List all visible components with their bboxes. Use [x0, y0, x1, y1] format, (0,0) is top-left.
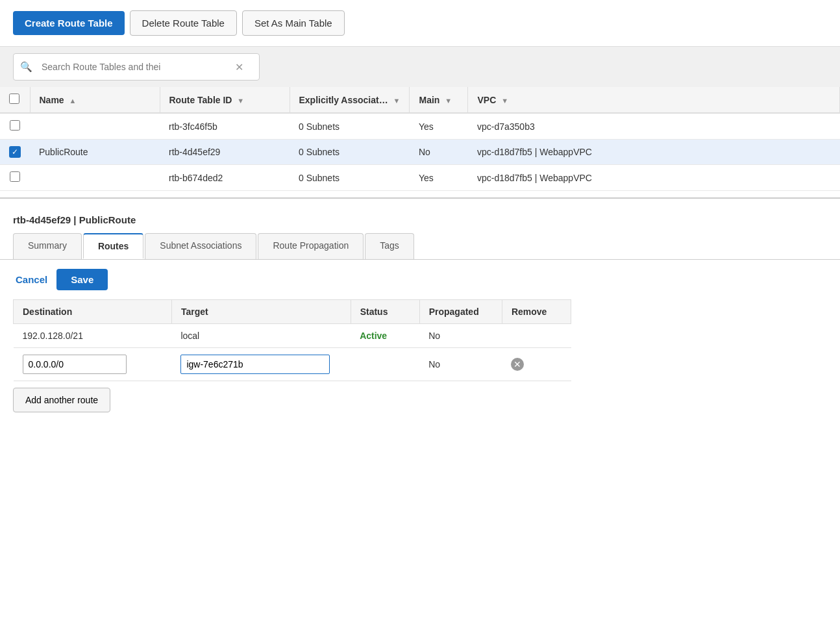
row-assoc: 0 Subnets	[290, 165, 410, 191]
header-checkbox-cell	[0, 87, 30, 113]
clear-search-icon[interactable]: ✕	[235, 61, 243, 73]
name-sort-icon: ▲	[69, 97, 77, 105]
row-name: PublicRoute	[30, 140, 160, 165]
save-button[interactable]: Save	[56, 269, 108, 290]
row-checkbox[interactable]	[10, 171, 20, 182]
col-header-remove: Remove	[502, 300, 571, 324]
search-bar: 🔍 ✕	[0, 47, 840, 87]
col-header-destination: Destination	[14, 300, 172, 324]
col-header-main[interactable]: Main ▼	[410, 87, 468, 113]
search-input[interactable]	[36, 58, 231, 76]
search-input-wrap: 🔍 ✕	[13, 53, 260, 81]
row-assoc: 0 Subnets	[290, 140, 410, 165]
row-assoc: 0 Subnets	[290, 113, 410, 140]
route-tables-table: Name ▲ Route Table ID ▼ Explicitly Assoc…	[0, 87, 840, 191]
search-icon: 🔍	[20, 61, 32, 73]
row-vpc: vpc-d18d7fb5 | WebappVPC	[468, 165, 840, 191]
col-header-assoc[interactable]: Explicitly Associat… ▼	[290, 87, 410, 113]
col-header-propagated: Propagated	[419, 300, 502, 324]
row-name	[30, 165, 160, 191]
row-main: Yes	[410, 113, 468, 140]
row-checkbox-cell	[0, 113, 30, 140]
col-header-name[interactable]: Name ▲	[30, 87, 160, 113]
row-checkbox-cell: ✓	[0, 140, 30, 165]
route-propagated-2: No	[419, 348, 502, 381]
cancel-button[interactable]: Cancel	[13, 269, 50, 290]
route-row-1: 192.0.128.0/21 local Active No	[14, 324, 571, 348]
row-rtid: rtb-4d45ef29	[160, 140, 290, 165]
routes-tab-content: Cancel Save Destination Target Status Pr…	[0, 259, 840, 421]
route-remove-1	[502, 324, 571, 348]
route-row-2: No ✕	[14, 348, 571, 381]
col-header-target: Target	[171, 300, 351, 324]
route-target-cell-2[interactable]	[171, 348, 351, 381]
route-destination-input-2[interactable]	[23, 355, 127, 374]
route-target-input-2[interactable]	[180, 355, 330, 374]
row-checkbox[interactable]: ✓	[9, 146, 21, 158]
route-destination-cell-2[interactable]	[14, 348, 172, 381]
rtid-sort-icon: ▼	[237, 97, 244, 105]
row-rtid: rtb-3fc46f5b	[160, 113, 290, 140]
route-propagated-1: No	[419, 324, 502, 348]
assoc-sort-icon: ▼	[393, 97, 401, 105]
delete-route-table-button[interactable]: Delete Route Table	[130, 10, 237, 36]
tab-subnet-associations[interactable]: Subnet Associations	[145, 233, 256, 259]
col-header-rtid[interactable]: Route Table ID ▼	[160, 87, 290, 113]
route-target-1: local	[171, 324, 351, 348]
routes-action-bar: Cancel Save	[13, 269, 827, 290]
table-row[interactable]: rtb-3fc46f5b0 SubnetsYesvpc-d7a350b3	[0, 113, 840, 140]
row-checkbox-cell	[0, 165, 30, 191]
row-main: No	[410, 140, 468, 165]
table-row[interactable]: ✓PublicRoutertb-4d45ef290 SubnetsNovpc-d…	[0, 140, 840, 165]
row-vpc: vpc-d7a350b3	[468, 113, 840, 140]
detail-title: rtb-4d45ef29 | PublicRoute	[0, 205, 840, 229]
tab-routes[interactable]: Routes	[83, 233, 143, 259]
add-another-route-button[interactable]: Add another route	[13, 388, 110, 412]
row-main: Yes	[410, 165, 468, 191]
row-name	[30, 113, 160, 140]
remove-route-button-2[interactable]: ✕	[511, 358, 524, 371]
table-row[interactable]: rtb-b674ded20 SubnetsYesvpc-d18d7fb5 | W…	[0, 165, 840, 191]
create-route-table-button[interactable]: Create Route Table	[13, 11, 125, 35]
route-status-1: Active	[351, 324, 419, 348]
row-checkbox[interactable]	[10, 120, 20, 131]
tab-route-propagation[interactable]: Route Propagation	[258, 233, 364, 259]
tabs: Summary Routes Subnet Associations Route…	[0, 229, 840, 259]
select-all-checkbox[interactable]	[9, 94, 19, 104]
row-vpc: vpc-d18d7fb5 | WebappVPC	[468, 140, 840, 165]
route-status-2	[351, 348, 419, 381]
row-rtid: rtb-b674ded2	[160, 165, 290, 191]
route-destination-1: 192.0.128.0/21	[14, 324, 172, 348]
main-sort-icon: ▼	[445, 97, 452, 105]
vpc-sort-icon: ▼	[501, 97, 508, 105]
col-header-vpc[interactable]: VPC ▼	[468, 87, 840, 113]
toolbar: Create Route Table Delete Route Table Se…	[0, 0, 840, 47]
tab-summary[interactable]: Summary	[13, 233, 82, 259]
col-header-status: Status	[351, 300, 419, 324]
route-tables-table-container: Name ▲ Route Table ID ▼ Explicitly Assoc…	[0, 87, 840, 191]
tab-tags[interactable]: Tags	[365, 233, 414, 259]
routes-table: Destination Target Status Propagated Rem…	[13, 299, 571, 381]
route-remove-cell-2[interactable]: ✕	[502, 348, 571, 381]
set-main-table-button[interactable]: Set As Main Table	[242, 10, 345, 36]
